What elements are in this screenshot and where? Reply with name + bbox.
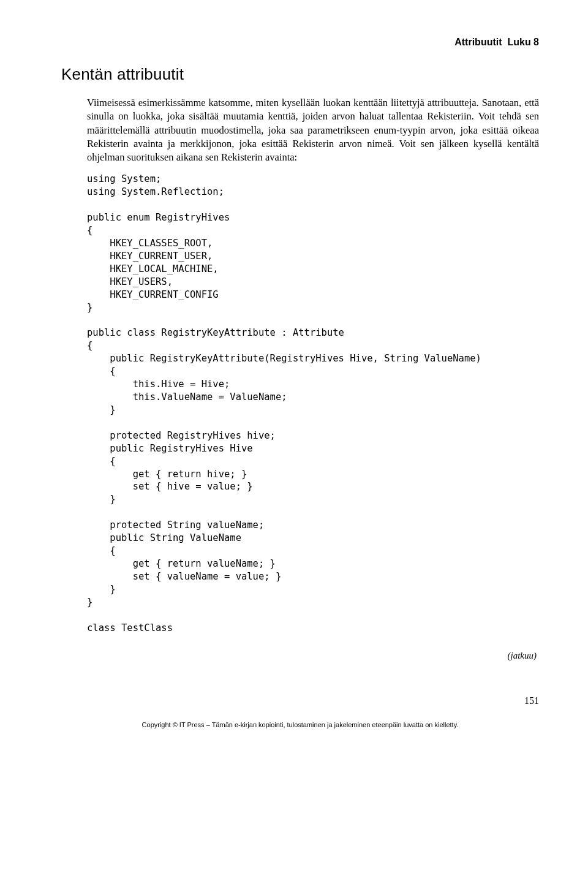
body-paragraph: Viimeisessä esimerkissämme katsomme, mit… xyxy=(87,96,539,164)
page-container: Attribuutit Luku 8 Kentän attribuutit Vi… xyxy=(0,0,588,892)
code-block: using System; using System.Reflection; p… xyxy=(87,173,539,634)
copyright-footer: Copyright © IT Press – Tämän e-kirjan ko… xyxy=(61,721,539,728)
section-title: Kentän attribuutit xyxy=(61,65,539,84)
running-header: Attribuutit Luku 8 xyxy=(61,37,539,48)
continuation-marker: (jatkuu) xyxy=(61,651,537,661)
page-number: 151 xyxy=(61,695,539,706)
